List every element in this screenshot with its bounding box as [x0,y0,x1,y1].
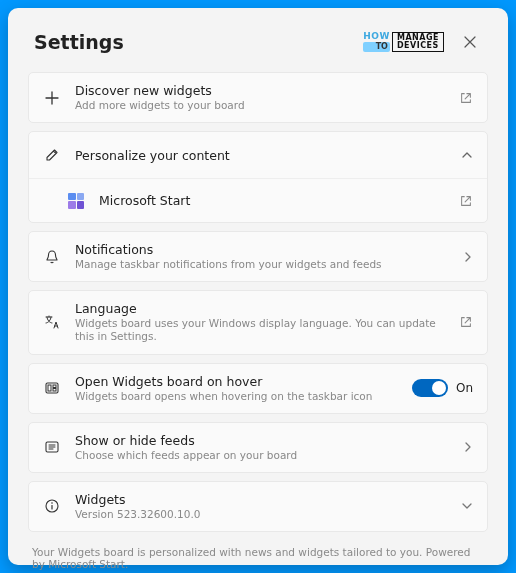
row-text: Notifications Manage taskbar notificatio… [75,242,451,271]
hover-toggle[interactable] [412,379,448,397]
logo-text-how: HOW [363,32,390,41]
card-discover: Discover new widgets Add more widgets to… [28,72,488,123]
page-title: Settings [34,31,124,53]
row-widgets-version[interactable]: Widgets Version 523.32600.10.0 [29,482,487,531]
row-title: Show or hide feeds [75,433,451,448]
toggle-group: On [412,379,473,397]
card-personalize: Personalize your content Microsoft Start [28,131,488,223]
pencil-icon [41,144,63,166]
info-icon [41,495,63,517]
logo-text-devices: DEVICES [397,42,439,50]
svg-rect-3 [53,389,56,392]
feeds-icon [41,436,63,458]
row-show-hide-feeds[interactable]: Show or hide feeds Choose which feeds ap… [29,423,487,472]
row-text: Language Widgets board uses your Windows… [75,301,447,343]
chevron-down-icon [461,500,473,512]
chevron-right-icon [463,251,473,263]
language-icon [41,311,63,333]
row-open-on-hover: Open Widgets board on hover Widgets boar… [29,364,487,413]
open-external-icon [459,194,473,208]
row-title: Notifications [75,242,451,257]
footer-note: Your Widgets board is personalized with … [28,540,488,570]
card-open-on-hover: Open Widgets board on hover Widgets boar… [28,363,488,414]
row-title: Personalize your content [75,148,449,163]
row-title: Discover new widgets [75,83,447,98]
card-feeds: Show or hide feeds Choose which feeds ap… [28,422,488,473]
row-subtitle: Add more widgets to your board [75,99,447,112]
open-external-icon [459,315,473,329]
row-text: Widgets Version 523.32600.10.0 [75,492,449,521]
bell-icon [41,246,63,268]
header-bar: Settings HOW TO MANAGE DEVICES [28,30,488,54]
row-subtitle: Choose which feeds appear on your board [75,449,451,462]
close-icon [464,36,476,48]
plus-icon [41,87,63,109]
row-title: Open Widgets board on hover [75,374,400,389]
row-subtitle: Widgets board opens when hovering on the… [75,390,400,403]
close-button[interactable] [458,30,482,54]
hover-board-icon [41,377,63,399]
svg-rect-1 [48,385,51,391]
logo-text-to: TO [363,42,390,52]
row-title: Widgets [75,492,449,507]
chevron-up-icon [461,149,473,161]
row-subtitle: Version 523.32600.10.0 [75,508,449,521]
row-text: Personalize your content [75,148,449,163]
svg-rect-2 [53,385,56,388]
svg-point-6 [51,503,53,505]
row-text: Show or hide feeds Choose which feeds ap… [75,433,451,462]
open-external-icon [459,91,473,105]
toggle-state-label: On [456,381,473,395]
row-discover-widgets[interactable]: Discover new widgets Add more widgets to… [29,73,487,122]
row-microsoft-start[interactable]: Microsoft Start [29,178,487,222]
row-notifications[interactable]: Notifications Manage taskbar notificatio… [29,232,487,281]
row-language[interactable]: Language Widgets board uses your Windows… [29,291,487,353]
microsoft-start-icon [65,190,87,212]
settings-panel: Settings HOW TO MANAGE DEVICES [8,8,508,565]
row-text: Microsoft Start [99,193,447,208]
row-title: Language [75,301,447,316]
row-subtitle: Manage taskbar notifications from your w… [75,258,451,271]
card-widgets-version: Widgets Version 523.32600.10.0 [28,481,488,532]
card-language: Language Widgets board uses your Windows… [28,290,488,354]
row-personalize-content[interactable]: Personalize your content [29,132,487,178]
card-notifications: Notifications Manage taskbar notificatio… [28,231,488,282]
howto-manage-devices-logo: HOW TO MANAGE DEVICES [363,32,444,52]
row-title: Microsoft Start [99,193,447,208]
row-text: Open Widgets board on hover Widgets boar… [75,374,400,403]
row-text: Discover new widgets Add more widgets to… [75,83,447,112]
chevron-right-icon [463,441,473,453]
header-right: HOW TO MANAGE DEVICES [363,30,482,54]
row-subtitle: Widgets board uses your Windows display … [75,317,447,343]
